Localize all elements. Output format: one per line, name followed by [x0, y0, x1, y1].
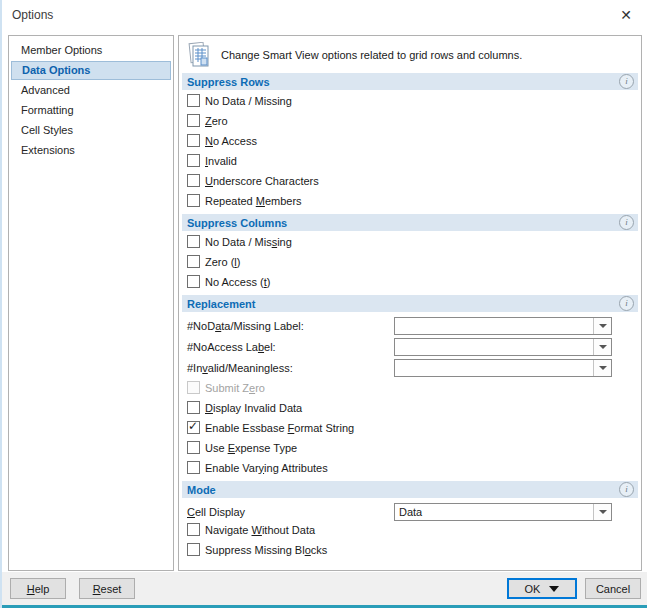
checkbox-row-suppress-missing-blocks[interactable]: Suppress Missing Blocks — [187, 543, 633, 556]
sidebar-item-formatting[interactable]: Formatting — [11, 101, 171, 120]
checkbox-label: Enable Varying Attributes — [205, 462, 328, 474]
field-nodata-missing-label: #NoData/Missing Label: — [187, 316, 612, 335]
section-title: Replacement — [182, 298, 255, 310]
section-header-mode: Mode i — [182, 481, 638, 498]
checkbox-row-submit-zero: Submit Zero — [187, 381, 633, 394]
checkbox-row-enable-varying-attributes[interactable]: Enable Varying Attributes — [187, 461, 633, 474]
ok-dropdown-arrow-icon[interactable] — [549, 586, 559, 592]
checkbox-row-use-expense-type[interactable]: Use Expense Type — [187, 441, 633, 454]
dropdown-arrow-icon[interactable] — [593, 339, 611, 355]
noaccess-label-combobox[interactable] — [394, 338, 612, 356]
ok-button[interactable]: OK — [507, 578, 577, 599]
checkbox-row-no-access-rows[interactable]: No Access — [187, 134, 633, 147]
checkbox-label: Enable Essbase Format String — [205, 422, 354, 434]
checkbox-label: No Data / Missing — [205, 236, 292, 248]
invalid-meaningless-combobox[interactable] — [394, 359, 612, 377]
info-icon[interactable]: i — [619, 296, 634, 311]
section-title: Suppress Rows — [182, 76, 270, 88]
field-label: #NoAccess Label: — [187, 341, 394, 353]
checkbox-label: No Access (t) — [205, 276, 270, 288]
checkbox-row-no-data-missing-rows[interactable]: No Data / Missing — [187, 94, 633, 107]
checkbox-label: Zero (l) — [205, 256, 240, 268]
section-header-suppress-columns: Suppress Columns i — [182, 214, 638, 231]
checkbox-label: Submit Zero — [205, 382, 265, 394]
cancel-button[interactable]: Cancel — [585, 578, 641, 599]
checkbox — [187, 381, 200, 394]
info-icon[interactable]: i — [619, 215, 634, 230]
dropdown-arrow-icon[interactable] — [593, 318, 611, 334]
close-icon[interactable]: ✕ — [615, 4, 637, 26]
section-header-suppress-rows: Suppress Rows i — [182, 73, 638, 90]
section-title: Suppress Columns — [182, 217, 287, 229]
options-dialog: Options ✕ Member Options Data Options Ad… — [0, 0, 647, 608]
checkbox[interactable] — [187, 275, 200, 288]
smartview-grid-icon — [187, 42, 211, 68]
nodata-missing-label-combobox[interactable] — [394, 317, 612, 335]
help-button[interactable]: Help — [10, 578, 66, 599]
dropdown-arrow-icon[interactable] — [593, 504, 611, 520]
checkbox[interactable] — [187, 461, 200, 474]
field-noaccess-label: #NoAccess Label: — [187, 337, 612, 356]
combo-value: Data — [395, 506, 593, 518]
checkbox[interactable] — [187, 401, 200, 414]
checkbox-row-display-invalid-data[interactable]: Display Invalid Data — [187, 401, 633, 414]
checkbox-row-no-data-missing-cols[interactable]: No Data / Missing — [187, 235, 633, 248]
sidebar-item-cell-styles[interactable]: Cell Styles — [11, 121, 171, 140]
title-bar: Options ✕ — [2, 0, 647, 30]
checkbox-row-navigate-without-data[interactable]: Navigate Without Data — [187, 523, 633, 536]
checkbox[interactable] — [187, 154, 200, 167]
checkbox-label: Invalid — [205, 155, 237, 167]
info-icon[interactable]: i — [619, 74, 634, 89]
page-description: Change Smart View options related to gri… — [221, 49, 522, 61]
field-label: #Invalid/Meaningless: — [187, 362, 394, 374]
sidebar-item-advanced[interactable]: Advanced — [11, 81, 171, 100]
checkbox[interactable] — [187, 235, 200, 248]
dropdown-arrow-icon[interactable] — [593, 360, 611, 376]
checkbox-row-invalid[interactable]: Invalid — [187, 154, 633, 167]
page-description-row: Change Smart View options related to gri… — [179, 36, 641, 70]
ok-button-label: OK — [525, 583, 541, 595]
checkbox[interactable] — [187, 255, 200, 268]
footer-button-bar: Help Reset OK Cancel — [2, 572, 647, 605]
checkbox-label: Repeated Members — [205, 195, 302, 207]
checkbox-row-no-access-cols[interactable]: No Access (t) — [187, 275, 633, 288]
checkbox-label: Navigate Without Data — [205, 524, 315, 536]
checkbox-label: Use Expense Type — [205, 442, 297, 454]
checkbox-row-zero-rows[interactable]: Zero — [187, 114, 633, 127]
cell-display-combobox[interactable]: Data — [394, 503, 612, 521]
sidebar: Member Options Data Options Advanced For… — [8, 35, 174, 571]
info-icon[interactable]: i — [619, 482, 634, 497]
checkbox[interactable] — [187, 114, 200, 127]
checkbox[interactable] — [187, 543, 200, 556]
field-cell-display: Cell Display Data — [187, 502, 612, 521]
checkbox-row-underscore-characters[interactable]: Underscore Characters — [187, 174, 633, 187]
checkbox-label: Underscore Characters — [205, 175, 319, 187]
sidebar-item-member-options[interactable]: Member Options — [11, 41, 171, 60]
checkbox-row-zero-cols[interactable]: Zero (l) — [187, 255, 633, 268]
sidebar-item-extensions[interactable]: Extensions — [11, 141, 171, 160]
window-title: Options — [12, 8, 53, 22]
section-header-replacement: Replacement i — [182, 295, 638, 312]
reset-button[interactable]: Reset — [79, 578, 135, 599]
content-panel: Change Smart View options related to gri… — [178, 35, 642, 571]
sidebar-item-data-options[interactable]: Data Options — [11, 61, 171, 80]
checkbox-label: No Access — [205, 135, 257, 147]
field-label: #NoData/Missing Label: — [187, 320, 394, 332]
field-label: Cell Display — [187, 506, 394, 518]
checkbox[interactable] — [187, 194, 200, 207]
checkbox-row-repeated-members[interactable]: Repeated Members — [187, 194, 633, 207]
checkbox[interactable] — [187, 174, 200, 187]
field-invalid-meaningless: #Invalid/Meaningless: — [187, 358, 612, 377]
checkbox[interactable] — [187, 441, 200, 454]
checkbox-label: Display Invalid Data — [205, 402, 302, 414]
checkbox-label: No Data / Missing — [205, 95, 292, 107]
checkbox-label: Zero — [205, 115, 228, 127]
cancel-button-label: Cancel — [596, 583, 630, 595]
checkbox[interactable] — [187, 421, 200, 434]
section-title: Mode — [182, 484, 216, 496]
checkbox[interactable] — [187, 523, 200, 536]
checkbox[interactable] — [187, 94, 200, 107]
checkbox-row-enable-essbase-format-string[interactable]: Enable Essbase Format String — [187, 421, 633, 434]
checkbox-label: Suppress Missing Blocks — [205, 544, 327, 556]
checkbox[interactable] — [187, 134, 200, 147]
